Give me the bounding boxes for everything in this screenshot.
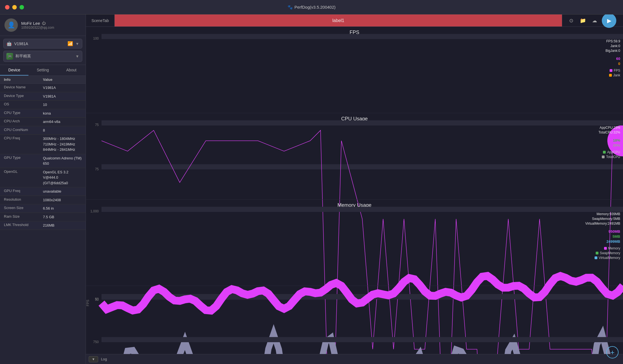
canvas-area: 0:000:321:041:362:082:403:123:444:164:48… <box>102 209 623 354</box>
info-row: Ram Size7.5 GB <box>0 213 86 222</box>
info-row: CPU CoreNum8 <box>0 126 86 135</box>
chart-memory: Memory UsageMB1,00075050025000:000:321:0… <box>86 200 623 286</box>
avatar: 👤 <box>4 18 18 32</box>
window-controls <box>5 5 24 9</box>
scene-tab-bar: SceneTab label1 ⊙ 📁 ☁ ▶ <box>86 14 623 27</box>
info-row: Device TypeV1981A <box>0 92 86 101</box>
log-label: Log <box>101 357 107 361</box>
cloud-icon[interactable]: ☁ <box>590 16 599 25</box>
close-button[interactable] <box>5 5 9 9</box>
tab-bar: Device Setting About <box>0 65 86 76</box>
scene-label: label1 <box>115 14 562 26</box>
tab-setting[interactable]: Setting <box>28 65 57 76</box>
chart-legend-values: AppCPU:23%TotalCPU:32%18%29%AppCPUTotalC… <box>598 126 620 159</box>
app-icon: 🐾 <box>288 5 293 10</box>
info-table-header: Info Value <box>0 76 86 84</box>
info-row: Screen Size6.56 in <box>0 204 86 213</box>
main-content: 👤 MoFir Lee ⏻ 1059100322@qq.com 🤖 V1981A… <box>0 14 623 364</box>
maximize-button[interactable] <box>20 5 24 9</box>
charts-area: FPSFPS10075502500:000:321:041:362:082:40… <box>86 27 623 354</box>
user-section: 👤 MoFir Lee ⏻ 1059100322@qq.com <box>0 14 86 36</box>
info-row: GPU Frequnavailable <box>0 187 86 196</box>
info-row: Resolution1080x2408 <box>0 196 86 205</box>
info-row: LMK Threshold216MB <box>0 221 86 230</box>
tab-about[interactable]: About <box>57 65 86 76</box>
chevron-down-icon: ▼ <box>75 42 79 46</box>
info-rows: Device NameV1981ADevice TypeV1981AOS10CP… <box>0 84 86 230</box>
info-table: Info Value Device NameV1981ADevice TypeV… <box>0 76 86 364</box>
titlebar: 🐾 PerfDog(v3.5.200402) <box>0 0 623 14</box>
app-icon: 🎮 <box>6 53 13 60</box>
chart-legend-values: FPS:59.9Jank:0BigJank:0600FPSJank <box>605 39 620 77</box>
user-email: 1059100322@qq.com <box>21 26 54 30</box>
scene-tab[interactable]: SceneTab <box>86 14 115 26</box>
play-button[interactable]: ▶ <box>602 14 616 28</box>
wifi-icon: 📶 <box>67 41 73 46</box>
device-section: 🤖 V1981A 📶 ▼ 🎮 和平精英 ▼ <box>0 36 86 65</box>
folder-icon[interactable]: 📁 <box>578 16 587 25</box>
y-axis: MB1,0007505002500 <box>86 209 102 354</box>
user-info: MoFir Lee ⏻ 1059100322@qq.com <box>21 21 54 30</box>
device-name: V1981A <box>14 42 28 46</box>
android-icon: 🤖 <box>6 41 12 46</box>
chevron-down-icon-app: ▼ <box>75 54 79 59</box>
right-panel: SceneTab label1 ⊙ 📁 ☁ ▶ FPSFPS1007550250… <box>86 14 623 364</box>
chart-svg <box>102 209 623 354</box>
collapse-button[interactable]: ▼ <box>89 356 98 362</box>
info-row: CPU Freq300MHz - 1804MHz710MHz - 2419MHz… <box>0 135 86 154</box>
minimize-button[interactable] <box>12 5 17 9</box>
add-button[interactable]: + <box>606 346 619 358</box>
toolbar-icons: ⊙ 📁 ☁ ▶ <box>562 14 623 26</box>
location-icon[interactable]: ⊙ <box>567 16 576 25</box>
info-row: OpenGLOpenGL ES 3.2 V@444.0 (GIT@6dd25a0 <box>0 168 86 188</box>
bottom-bar: ▼ Log <box>86 354 623 364</box>
chart-legend-values: Memory:939MBSwapMemory:5MBVirtualMemory:… <box>585 212 620 260</box>
tab-device[interactable]: Device <box>0 65 28 76</box>
info-row: CPU Archarm64-v8a <box>0 118 86 126</box>
power-icon[interactable]: ⏻ <box>42 21 46 25</box>
app-selector[interactable]: 🎮 和平精英 ▼ <box>3 51 82 62</box>
app-title: 🐾 PerfDog(v3.5.200402) <box>288 5 336 10</box>
app-name: 和平精英 <box>15 54 31 59</box>
user-name: MoFir Lee ⏻ <box>21 21 54 26</box>
info-row: OS10 <box>0 101 86 109</box>
info-row: Device NameV1981A <box>0 84 86 92</box>
info-row: GPU TypeQualcomm Adreno (TM) 650 <box>0 154 86 168</box>
sidebar: 👤 MoFir Lee ⏻ 1059100322@qq.com 🤖 V1981A… <box>0 14 86 364</box>
device-selector[interactable]: 🤖 V1981A 📶 ▼ <box>3 39 82 48</box>
info-row: CPU Typekona <box>0 109 86 118</box>
chart-cpu: CPU Usage%75502500:000:321:041:362:082:4… <box>86 113 623 200</box>
chart-fps: FPSFPS10075502500:000:321:041:362:082:40… <box>86 27 623 113</box>
